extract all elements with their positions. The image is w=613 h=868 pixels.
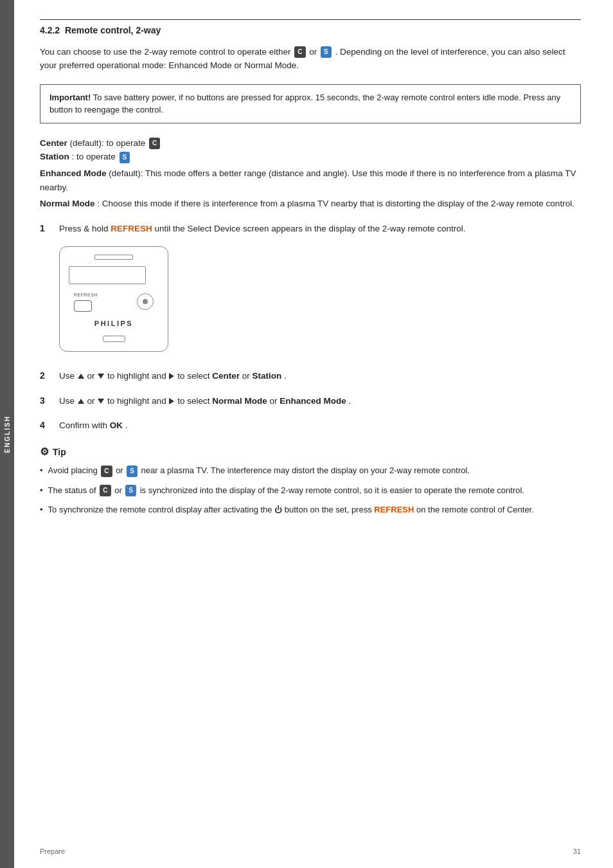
arrow-up-icon	[78, 374, 84, 379]
tip-item-2: • The status of C or S is synchronized i…	[40, 484, 581, 497]
step-2-number: 2	[40, 370, 59, 381]
device-connector	[103, 336, 125, 342]
enhanced-mode-line: Enhanced Mode (default): This mode offer…	[40, 167, 581, 194]
arrow-right-icon-3	[169, 398, 174, 404]
step-1-text-after: until the Select Device screen appears i…	[155, 224, 466, 233]
station-icon-intro: S	[321, 46, 332, 58]
step-2: 2 Use or to highlight and to select Cent…	[40, 370, 581, 383]
step-1-text-before: Press & hold	[59, 224, 111, 233]
station-label: Station	[40, 152, 69, 161]
step-3-number: 3	[40, 395, 59, 406]
tip-item-1: • Avoid placing C or S near a plasma TV.…	[40, 464, 581, 477]
arrow-right-icon	[169, 373, 174, 379]
section-number: 4.2.2	[40, 25, 60, 35]
tip-refresh: REFRESH	[374, 505, 414, 514]
step-2-select: to select	[177, 371, 212, 381]
section-title: 4.2.2 Remote control, 2-way	[40, 19, 581, 35]
station-icon-mode: S	[120, 152, 130, 163]
refresh-button	[74, 300, 92, 312]
tip-s-icon-2: S	[125, 485, 136, 496]
station-mode-line: Station : to operate S	[40, 150, 581, 164]
normal-mode-line: Normal Mode : Choose this mode if there …	[40, 197, 581, 211]
tip-header: ⚙ Tip	[40, 446, 581, 458]
tip-s-icon-1: S	[127, 466, 138, 477]
step-3: 3 Use or to highlight and to select Norm…	[40, 395, 581, 408]
bullet-2: •	[40, 484, 43, 497]
important-label: Important!	[49, 93, 91, 102]
step-4-number: 4	[40, 419, 59, 430]
step-3-enhanced: Enhanced Mode	[280, 396, 346, 406]
steps-list: 1 Press & hold REFRESH until the Select …	[40, 222, 581, 433]
tip-list: • Avoid placing C or S near a plasma TV.…	[40, 464, 581, 516]
step-2-station: Station	[252, 371, 281, 381]
step-3-use: Use	[59, 396, 77, 406]
side-tab: ENGLISH	[0, 0, 14, 868]
step-3-or2: or	[269, 396, 280, 406]
step-1-content: Press & hold REFRESH until the Select De…	[59, 222, 581, 358]
power-icon: ⏻	[274, 505, 282, 514]
footer-section-label: Prepare	[40, 847, 65, 855]
intro-paragraph: You can choose to use the 2-way remote c…	[40, 46, 581, 73]
step-4: 4 Confirm with OK .	[40, 419, 581, 433]
center-icon-mode: C	[149, 138, 160, 149]
tip-item-3: • To synchronize the remote control disp…	[40, 503, 581, 516]
language-label: ENGLISH	[4, 415, 11, 453]
refresh-btn-area: REFRESH	[74, 292, 98, 312]
tip-3-text: To synchronize the remote control displa…	[48, 503, 534, 516]
normal-desc: : Choose this mode if there is interfere…	[97, 199, 574, 208]
brand-label: PHILIPS	[69, 318, 159, 329]
tip-c-icon-2: C	[100, 485, 111, 496]
center-label: Center	[40, 138, 67, 148]
tip-c-icon-1: C	[101, 466, 112, 477]
enhanced-desc: (default): This mode offers a better ran…	[40, 168, 576, 192]
center-default: (default): to operate	[70, 138, 148, 148]
important-box: Important! To save battery power, if no …	[40, 84, 581, 123]
step-4-period: .	[125, 420, 128, 430]
tip-label: Tip	[53, 447, 66, 457]
important-text: To save battery power, if no buttons are…	[49, 93, 560, 115]
page-footer: Prepare 31	[40, 847, 581, 855]
refresh-label: REFRESH	[74, 292, 98, 299]
step-4-ok: OK	[110, 420, 123, 430]
step-3-select: to select	[177, 396, 212, 406]
ok-button	[137, 293, 154, 310]
step-1-refresh: REFRESH	[111, 224, 152, 233]
step-2-or2: or	[242, 371, 253, 381]
device-screen	[69, 266, 146, 284]
enhanced-label: Enhanced Mode	[40, 168, 107, 178]
arrow-down-icon	[98, 374, 104, 379]
step-1-number: 1	[40, 222, 59, 233]
tip-gear-icon: ⚙	[40, 446, 49, 458]
section-heading: Remote control, 2-way	[65, 25, 161, 35]
tip-1-text: Avoid placing C or S near a plasma TV. T…	[48, 464, 470, 477]
step-3-highlight: to highlight and	[107, 396, 168, 406]
step-1: 1 Press & hold REFRESH until the Select …	[40, 222, 581, 358]
step-4-content: Confirm with OK .	[59, 419, 581, 433]
step-2-content: Use or to highlight and to select Center…	[59, 370, 581, 383]
step-2-use: Use	[59, 371, 77, 381]
main-content: 4.2.2 Remote control, 2-way You can choo…	[14, 0, 613, 868]
tip-section: ⚙ Tip • Avoid placing C or S near a plas…	[40, 446, 581, 516]
step-3-content: Use or to highlight and to select Normal…	[59, 395, 581, 408]
step-2-or1: or	[87, 371, 98, 381]
device-diagram: REFRESH PHILIPS	[59, 246, 168, 352]
step-3-period: .	[349, 396, 351, 406]
step-4-text: Confirm with	[59, 420, 110, 430]
center-icon-intro: C	[294, 46, 305, 58]
bullet-1: •	[40, 464, 43, 477]
step-3-normal: Normal Mode	[212, 396, 267, 406]
center-mode-line: Center (default): to operate C	[40, 136, 581, 150]
arrow-down-icon-3	[98, 399, 104, 404]
step-2-highlight: to highlight and	[107, 371, 168, 381]
intro-or: or	[309, 47, 319, 57]
station-desc: : to operate	[72, 152, 118, 161]
bullet-3: •	[40, 503, 43, 516]
step-3-or1: or	[87, 396, 98, 406]
arrow-up-icon-3	[78, 399, 84, 404]
step-2-period: .	[284, 371, 287, 381]
tip-2-text: The status of C or S is synchronized int…	[48, 484, 524, 497]
intro-text-1: You can choose to use the 2-way remote c…	[40, 47, 291, 57]
mode-descriptions: Center (default): to operate C Station :…	[40, 136, 581, 211]
ok-dot	[143, 299, 148, 304]
page-number: 31	[573, 847, 581, 855]
